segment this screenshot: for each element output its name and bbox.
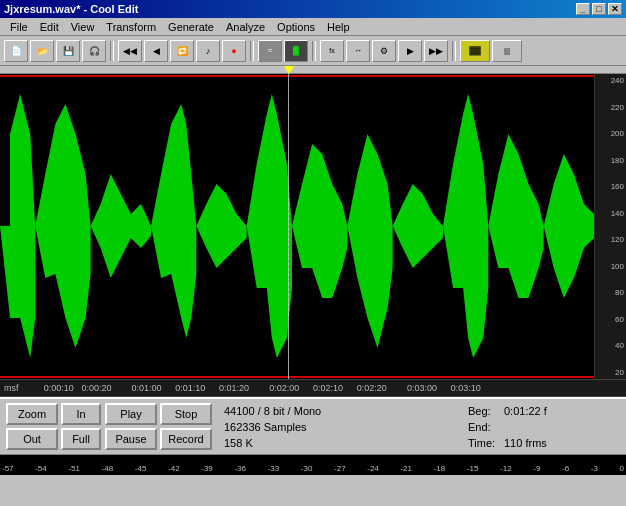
time-label-1: 0:00:10 <box>44 383 74 393</box>
db-label-48: -48 <box>102 464 114 473</box>
toolbar-separator-3 <box>312 41 316 61</box>
pause-button[interactable]: Pause <box>105 428 157 450</box>
y-label-60: 60 <box>597 315 624 324</box>
svg-marker-11 <box>488 134 543 298</box>
toolbar-loop-btn[interactable]: 🔁 <box>170 40 194 62</box>
menu-view[interactable]: View <box>65 19 101 35</box>
svg-marker-12 <box>544 154 594 298</box>
toolbar-marker-btn[interactable]: ♪ <box>196 40 220 62</box>
info-panel: 44100 / 8 bit / Mono 162336 Samples 158 … <box>216 401 456 453</box>
time-label-9: 0:03:00 <box>407 383 437 393</box>
toolbar-stretch-btn[interactable]: ↔ <box>346 40 370 62</box>
time-label-10: 0:03:10 <box>451 383 481 393</box>
menu-transform[interactable]: Transform <box>100 19 162 35</box>
toolbar-settings-btn[interactable]: ⚙ <box>372 40 396 62</box>
menu-file[interactable]: File <box>4 19 34 35</box>
db-label-0: 0 <box>620 464 624 473</box>
toolbar-wave-btn[interactable]: ≈ <box>258 40 282 62</box>
menu-analyze[interactable]: Analyze <box>220 19 271 35</box>
db-label-30: -30 <box>301 464 313 473</box>
maximize-button[interactable]: □ <box>592 3 606 15</box>
title-bar-buttons: _ □ ✕ <box>576 3 622 15</box>
y-label-160: 160 <box>597 182 624 191</box>
toolbar-rewind-btn[interactable]: ◀◀ <box>118 40 142 62</box>
svg-marker-5 <box>196 184 246 268</box>
right-info-panel: Beg: 0:01:22 f End: Time: 110 frms <box>460 401 620 453</box>
controls-section: Zoom In Out Full Play Stop Pause Record … <box>0 397 626 455</box>
toolbar-save-btn[interactable]: 💾 <box>56 40 80 62</box>
y-label-220: 220 <box>597 103 624 112</box>
zoom-full-button[interactable]: Full <box>61 428 101 450</box>
menu-bar: File Edit View Transform Generate Analyz… <box>0 18 626 36</box>
toolbar-back-btn[interactable]: ◀ <box>144 40 168 62</box>
toolbar-forward-btn[interactable]: ▶ <box>398 40 422 62</box>
toolbar-end-btn[interactable]: ▶▶ <box>424 40 448 62</box>
db-label-24: -24 <box>367 464 379 473</box>
db-label-33: -33 <box>268 464 280 473</box>
toolbar-separator-1 <box>110 41 114 61</box>
transport-controls: Play Stop Pause Record <box>105 403 212 450</box>
beg-line: Beg: 0:01:22 f <box>468 403 612 419</box>
db-label-15: -15 <box>467 464 479 473</box>
info-line-1: 44100 / 8 bit / Mono <box>224 403 448 419</box>
svg-marker-10 <box>443 94 488 358</box>
time-label-5: 0:01:20 <box>219 383 249 393</box>
db-label-9: -9 <box>533 464 540 473</box>
time-line: Time: 110 frms <box>468 435 612 451</box>
menu-generate[interactable]: Generate <box>162 19 220 35</box>
record-button[interactable]: Record <box>160 428 212 450</box>
db-label-6: -6 <box>562 464 569 473</box>
info-line-2: 162336 Samples <box>224 419 448 435</box>
level-meter: -57 -54 -51 -48 -45 -42 -39 -36 -33 -30 … <box>0 455 626 475</box>
zoom-out-button[interactable]: Out <box>6 428 58 450</box>
y-label-120: 120 <box>597 235 624 244</box>
zoom-button[interactable]: Zoom <box>6 403 58 425</box>
toolbar-noise-btn[interactable]: ||| <box>492 40 522 62</box>
db-label-57: -57 <box>2 464 14 473</box>
play-button[interactable]: Play <box>105 403 157 425</box>
beg-label: Beg: <box>468 403 498 419</box>
zoom-controls: Zoom In Out Full <box>6 403 101 450</box>
menu-edit[interactable]: Edit <box>34 19 65 35</box>
db-label-51: -51 <box>68 464 80 473</box>
svg-marker-7 <box>292 144 347 298</box>
time-label-8: 0:02:20 <box>357 383 387 393</box>
db-label-39: -39 <box>201 464 213 473</box>
y-label-20: 20 <box>597 368 624 377</box>
time-label-6: 0:02:00 <box>269 383 299 393</box>
close-button[interactable]: ✕ <box>608 3 622 15</box>
time-format-label: msf <box>4 383 19 393</box>
y-label-40: 40 <box>597 341 624 350</box>
svg-marker-8 <box>347 134 392 348</box>
waveform-container[interactable]: 240 220 200 180 160 140 120 100 80 60 40… <box>0 74 626 379</box>
toolbar-open-btn[interactable]: 📂 <box>30 40 54 62</box>
toolbar-headphones-btn[interactable]: 🎧 <box>82 40 106 62</box>
db-label-27: -27 <box>334 464 346 473</box>
y-label-80: 80 <box>597 288 624 297</box>
time-label: Time: <box>468 435 498 451</box>
menu-options[interactable]: Options <box>271 19 321 35</box>
playhead-top-marker <box>284 66 294 74</box>
toolbar-spectral-btn[interactable]: ▓ <box>284 40 308 62</box>
menu-help[interactable]: Help <box>321 19 356 35</box>
playhead-line <box>288 74 289 379</box>
svg-marker-4 <box>151 104 196 338</box>
minimize-button[interactable]: _ <box>576 3 590 15</box>
y-axis: 240 220 200 180 160 140 120 100 80 60 40… <box>594 74 626 379</box>
toolbar-new-btn[interactable]: 📄 <box>4 40 28 62</box>
toolbar-record-mode-btn[interactable]: ● <box>222 40 246 62</box>
time-ruler: msf 0:00:10 0:00:20 0:01:00 0:01:10 0:01… <box>0 379 626 397</box>
toolbar-effects-btn[interactable]: fx <box>320 40 344 62</box>
toolbar-separator-4 <box>452 41 456 61</box>
db-label-21: -21 <box>400 464 412 473</box>
zoom-in-button[interactable]: In <box>61 403 101 425</box>
svg-marker-3 <box>91 174 151 278</box>
y-label-100: 100 <box>597 262 624 271</box>
y-label-200: 200 <box>597 129 624 138</box>
toolbar: 📄 📂 💾 🎧 ◀◀ ◀ 🔁 ♪ ● ≈ ▓ fx ↔ ⚙ ▶ ▶▶ ▓▓ ||… <box>0 36 626 66</box>
end-label: End: <box>468 419 498 435</box>
toolbar-zoom-out-btn[interactable]: ▓▓ <box>460 40 490 62</box>
stop-button[interactable]: Stop <box>160 403 212 425</box>
y-label-140: 140 <box>597 209 624 218</box>
db-label-12: -12 <box>500 464 512 473</box>
